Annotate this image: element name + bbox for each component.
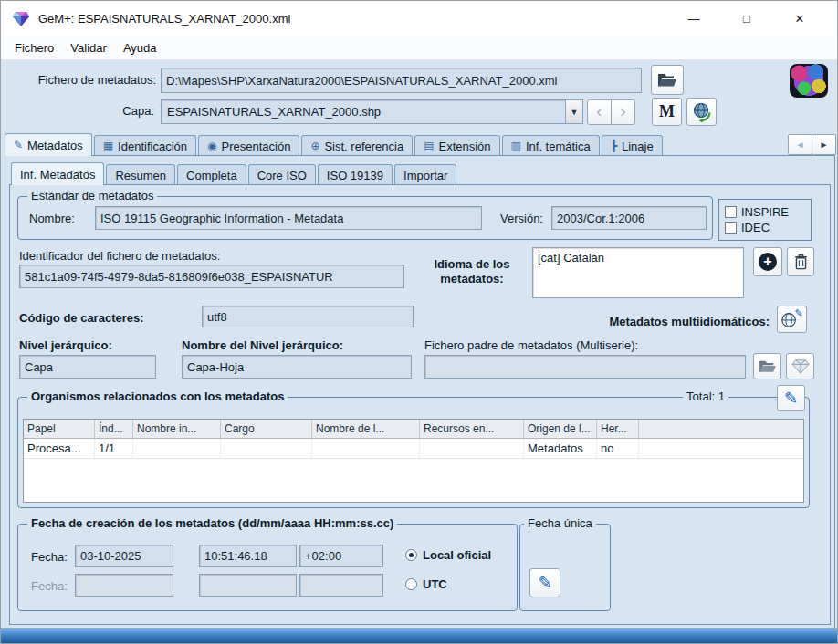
- cell-recursos[interactable]: [420, 439, 524, 458]
- timezone-value: +02:00: [305, 549, 341, 563]
- parent-file-field[interactable]: [424, 355, 746, 379]
- organisms-group-title: Organismos relacionados con los metadato…: [27, 390, 288, 403]
- edit-organisms-button[interactable]: ✎: [777, 385, 805, 411]
- browse-file-button[interactable]: [651, 65, 684, 95]
- cell-papel[interactable]: Procesa...: [24, 439, 95, 458]
- window-title: GeM+: ESPAISNATURALS_XARNAT_2000.xml: [38, 12, 290, 26]
- cell-indice[interactable]: 1/1: [95, 439, 133, 458]
- cell-heredado[interactable]: no: [597, 439, 639, 458]
- language-listbox[interactable]: [cat] Catalán: [532, 247, 744, 298]
- time2-field[interactable]: [199, 574, 297, 597]
- hierarchy-name-field[interactable]: Capa-Hoja: [182, 355, 412, 379]
- edit-date-button[interactable]: ✎: [529, 568, 560, 597]
- checkbox-icon: [725, 222, 737, 234]
- chevron-right-icon: ›: [620, 102, 625, 119]
- tab-completa[interactable]: Completa: [177, 164, 246, 185]
- layer-dropdown-button[interactable]: ▼: [565, 100, 582, 123]
- open-parent-gem-button[interactable]: [786, 353, 814, 379]
- tab-identificacion[interactable]: ▦ Identificación: [94, 135, 196, 156]
- status-bar: [1, 628, 837, 643]
- prev-layer-button[interactable]: ‹: [587, 99, 612, 125]
- pencil-icon: ✎: [794, 308, 802, 318]
- layer-combobox[interactable]: ESPAISNATURALS_XARNAT_2000.shp ▼: [161, 99, 583, 124]
- tab-iso-19139[interactable]: ISO 19139: [318, 164, 393, 185]
- hierarchy-level-field[interactable]: Capa: [19, 355, 156, 379]
- menu-validar[interactable]: Validar: [62, 37, 115, 58]
- cell-origen[interactable]: Metadatos: [524, 439, 597, 458]
- metadata-m-button[interactable]: M: [652, 98, 682, 126]
- organisms-table[interactable]: Papel Índ... Nombre in... Cargo Nombre d…: [23, 419, 804, 503]
- standard-name-field[interactable]: ISO 19115 Geographic Information - Metad…: [95, 206, 482, 230]
- tab-scroll-left-button[interactable]: ◄: [788, 134, 812, 155]
- date2-field[interactable]: [75, 574, 173, 597]
- metadatos-tab-icon: ✎: [14, 140, 23, 151]
- checkbox-icon: [725, 206, 737, 218]
- date-field[interactable]: 03-10-2025: [75, 545, 173, 567]
- tab-presentacion[interactable]: ◉ Presentación: [198, 135, 299, 156]
- delete-language-button[interactable]: [787, 247, 814, 276]
- tab-metadatos[interactable]: ✎ Metadatos: [5, 133, 92, 156]
- multilingual-globe-button[interactable]: ✎: [777, 306, 807, 333]
- file-path-field[interactable]: D:\Mapes\SHP\XarxaNatura2000\ESPAISNATUR…: [161, 68, 642, 93]
- tab-label: ISO 19139: [327, 169, 383, 182]
- minimize-button[interactable]: —: [667, 4, 720, 33]
- maximize-button[interactable]: □: [720, 4, 773, 33]
- next-layer-button[interactable]: ›: [611, 99, 635, 125]
- radio-utc[interactable]: UTC: [405, 577, 447, 591]
- inspire-label: INSPIRE: [741, 205, 789, 219]
- tab-inf-tematica[interactable]: ▥ Inf. temática: [502, 135, 600, 156]
- column-header[interactable]: Recursos en...: [420, 420, 524, 438]
- globe-sync-icon: [691, 101, 713, 123]
- time-field[interactable]: 10:51:46.18: [199, 545, 297, 567]
- organisms-total: Total: 1: [683, 390, 728, 403]
- column-header[interactable]: Papel: [24, 420, 95, 438]
- timezone2-field[interactable]: [299, 574, 383, 597]
- column-header[interactable]: Índ...: [95, 420, 133, 438]
- folder-icon: [759, 359, 777, 374]
- standard-version-field[interactable]: 2003/Cor.1:2006: [551, 206, 707, 230]
- tab-extension[interactable]: ▤ Extensión: [414, 135, 499, 156]
- radio-local-oficial[interactable]: Local oficial: [405, 548, 491, 562]
- table-row[interactable]: Procesa... 1/1 Metadatos no: [24, 439, 803, 459]
- tab-resumen[interactable]: Resumen: [106, 164, 175, 185]
- add-language-button[interactable]: +: [753, 247, 782, 276]
- tab-scroll-right-button[interactable]: ►: [812, 134, 836, 155]
- identifier-field[interactable]: 581c1a09-74f5-4979-8da5-816809f6e038_ESP…: [19, 265, 404, 288]
- tab-label: Presentación: [221, 140, 290, 153]
- timezone-field[interactable]: +02:00: [299, 545, 383, 567]
- browse-parent-button[interactable]: [753, 353, 781, 379]
- close-button[interactable]: ✕: [773, 4, 826, 33]
- column-header[interactable]: Nombre in...: [133, 420, 221, 438]
- metadatos-page-panel: Inf. Metadatos Resumen Completa Core ISO…: [5, 155, 835, 629]
- layer-label: Capa:: [92, 104, 154, 118]
- menu-ayuda[interactable]: Ayuda: [115, 37, 165, 58]
- inspire-checkbox[interactable]: INSPIRE: [725, 204, 805, 220]
- time-value: 10:51:46.18: [204, 549, 267, 563]
- column-header[interactable]: Her...: [597, 420, 639, 438]
- hierarchy-level-value: Capa: [25, 360, 53, 374]
- tab-inf-metadatos[interactable]: Inf. Metadatos: [11, 162, 104, 185]
- cell-nombre[interactable]: [133, 439, 221, 458]
- menu-bar: Fichero Validar Ayuda: [1, 36, 837, 60]
- language-item[interactable]: [cat] Catalán: [538, 251, 604, 265]
- layer-value: ESPAISNATURALS_XARNAT_2000.shp: [162, 105, 565, 119]
- app-logo: [790, 64, 828, 98]
- globe-sync-button[interactable]: [686, 98, 717, 126]
- idec-checkbox[interactable]: IDEC: [725, 220, 805, 235]
- window-controls: — □ ✕: [667, 4, 826, 33]
- inf-metadatos-panel: Estándar de metadatos Nombre: ISO 19115 …: [9, 184, 831, 625]
- cell-nombre-l[interactable]: [312, 439, 420, 458]
- charset-field[interactable]: utf8: [202, 306, 414, 327]
- tab-linaje[interactable]: ┣ Linaje: [602, 135, 663, 156]
- column-header[interactable]: Origen de l...: [524, 420, 597, 438]
- presentacion-tab-icon: ◉: [207, 140, 216, 151]
- cell-cargo[interactable]: [221, 439, 312, 458]
- menu-fichero[interactable]: Fichero: [6, 37, 62, 58]
- column-header[interactable]: Cargo: [221, 420, 312, 438]
- column-header[interactable]: Nombre de l...: [312, 420, 420, 438]
- tab-importar[interactable]: Importar: [394, 164, 456, 185]
- sist-referencia-tab-icon: ⊕: [310, 140, 319, 151]
- tab-sist-referencia[interactable]: ⊕ Sist. referencia: [301, 135, 413, 156]
- pencil-icon: ✎: [784, 390, 798, 407]
- tab-core-iso[interactable]: Core ISO: [248, 164, 316, 185]
